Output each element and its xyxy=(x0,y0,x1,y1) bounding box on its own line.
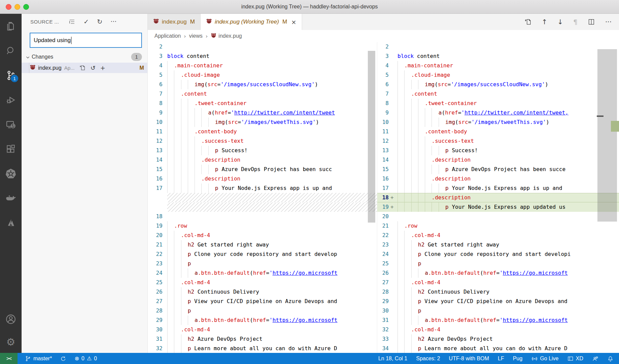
code-line[interactable]: 10img(src='/images/tweetThis.svg') xyxy=(377,118,619,127)
code-line[interactable]: 12.success-text xyxy=(148,136,377,146)
code-line[interactable]: 17p Your Node.js Express app is up and xyxy=(148,184,377,193)
code-line[interactable]: 31a.btn.btn-default(href='https://go.mic… xyxy=(377,316,619,325)
tab-index-pug-working-tree[interactable]: index.pug (Working Tree) M × xyxy=(201,14,302,30)
code-line[interactable]: 24a.btn.btn-default(href='https://go.mic… xyxy=(148,268,377,278)
code-line[interactable]: 3block content xyxy=(148,52,377,61)
code-line[interactable]: 17p Your Node.js Express app is up and xyxy=(377,184,619,193)
breadcrumb-application[interactable]: Application xyxy=(154,33,181,39)
account-icon[interactable] xyxy=(0,307,22,331)
remote-indicator[interactable]: >< xyxy=(0,353,18,364)
next-change-icon[interactable]: ↓ xyxy=(557,19,563,25)
code-line[interactable]: 4.main-container xyxy=(377,61,619,70)
problems-status[interactable]: ⊗ 0 ⚠ 0 xyxy=(75,356,97,362)
close-tab-icon[interactable]: × xyxy=(291,19,296,26)
extensions-icon[interactable] xyxy=(0,137,22,161)
code-line[interactable]: 6img(src='/images/successCloudNew.svg') xyxy=(148,80,377,89)
code-line[interactable]: 26a.btn.btn-default(href='https://go.mic… xyxy=(377,268,619,278)
code-line[interactable]: 10img(src='/images/tweetThis.svg') xyxy=(148,118,377,127)
code-line[interactable]: 20 xyxy=(377,212,619,221)
explorer-icon[interactable] xyxy=(0,14,22,38)
code-line[interactable]: 15p Azure DevOps Project has been succ xyxy=(148,165,377,174)
code-line[interactable]: 7.content xyxy=(377,89,619,99)
code-line[interactable]: 3block content xyxy=(377,52,619,61)
breadcrumb-views[interactable]: views xyxy=(189,33,203,39)
discard-changes-icon[interactable]: ↺ xyxy=(90,65,95,71)
diff-filler-row[interactable] xyxy=(148,202,377,212)
code-line[interactable]: 27.col-md-4 xyxy=(377,278,619,287)
code-line[interactable]: 32p Learn more about all you can do with… xyxy=(148,344,377,353)
code-line[interactable]: 30.col-md-4 xyxy=(148,325,377,334)
code-line[interactable]: 5.cloud-image xyxy=(148,70,377,80)
sync-status[interactable] xyxy=(60,356,66,362)
diff-filler-row[interactable] xyxy=(148,193,377,202)
code-line[interactable]: 14.description xyxy=(377,155,619,165)
language-mode-status[interactable]: Pug xyxy=(513,356,522,362)
changed-file-row[interactable]: index.pug Ap... ↺ + M xyxy=(22,63,147,73)
refresh-icon[interactable]: ↻ xyxy=(97,19,102,25)
code-line[interactable]: 2 xyxy=(377,42,619,52)
code-line[interactable]: 2 xyxy=(148,42,377,52)
code-line[interactable]: 6img(src='/images/successCloudNew.svg') xyxy=(377,80,619,89)
feedback-status[interactable] xyxy=(592,356,598,362)
code-line[interactable]: 18+.description xyxy=(377,193,619,202)
scrollbar-thumb[interactable] xyxy=(368,51,375,223)
source-control-icon[interactable]: 1 xyxy=(0,63,22,88)
commit-check-icon[interactable]: ✓ xyxy=(84,19,89,25)
breadcrumb-file[interactable]: index.pug xyxy=(218,33,242,39)
code-line[interactable]: 29p View your CI/CD pipeline on Azure De… xyxy=(377,297,619,306)
kubernetes-icon[interactable] xyxy=(0,161,22,186)
code-line[interactable]: 13p Success! xyxy=(148,146,377,155)
code-line[interactable]: 30p xyxy=(377,306,619,316)
git-branch-status[interactable]: master* xyxy=(25,356,52,362)
code-line[interactable]: 20.col-md-4 xyxy=(148,231,377,240)
previous-change-icon[interactable]: ↑ xyxy=(542,19,548,25)
code-line[interactable]: 22.col-md-4 xyxy=(377,231,619,240)
tab-index-pug[interactable]: index.pug M xyxy=(148,14,201,30)
code-line[interactable]: 19+p Your Node.js Express app updated us xyxy=(377,202,619,212)
xd-status[interactable]: XD xyxy=(567,356,583,362)
open-file-icon[interactable] xyxy=(79,65,86,71)
more-actions-icon[interactable]: ··· xyxy=(605,19,612,25)
code-line[interactable]: 21.row xyxy=(377,221,619,231)
code-line[interactable]: 16.description xyxy=(377,174,619,184)
code-line[interactable]: 34p Learn more about all you can do with… xyxy=(377,344,619,353)
search-icon[interactable] xyxy=(0,38,22,63)
code-line[interactable]: 21h2 Get started right away xyxy=(148,240,377,250)
code-line[interactable]: 9a(href='http://twitter.com/intent/tweet… xyxy=(377,108,619,118)
code-line[interactable]: 8.tweet-container xyxy=(148,99,377,108)
code-line[interactable]: 14.description xyxy=(148,155,377,165)
code-line[interactable]: 26h2 Continuous Delivery xyxy=(148,287,377,297)
code-line[interactable]: 27p View your CI/CD pipeline on Azure De… xyxy=(148,297,377,306)
commit-message-input[interactable]: Updated using xyxy=(30,33,142,48)
docker-icon[interactable] xyxy=(0,186,22,210)
code-line[interactable]: 15p Azure DevOps Project has been succe xyxy=(377,165,619,174)
view-as-tree-icon[interactable] xyxy=(68,18,76,25)
eol-status[interactable]: LF xyxy=(498,356,504,362)
notifications-status[interactable] xyxy=(607,356,614,362)
code-line[interactable]: 33h2 Azure DevOps Project xyxy=(377,334,619,344)
indentation-status[interactable]: Spaces: 2 xyxy=(416,356,440,362)
run-debug-icon[interactable] xyxy=(0,88,22,112)
code-line[interactable]: 13p Success! xyxy=(377,146,619,155)
scrollbar-thumb[interactable] xyxy=(597,49,617,222)
encoding-status[interactable]: UTF-8 with BOM xyxy=(449,356,489,362)
code-line[interactable]: 5.cloud-image xyxy=(377,70,619,80)
remote-explorer-icon[interactable] xyxy=(0,112,22,137)
code-line[interactable]: 28h2 Continuous Delivery xyxy=(377,287,619,297)
code-line[interactable]: 28p xyxy=(148,306,377,316)
code-line[interactable]: 31h2 Azure DevOps Project xyxy=(148,334,377,344)
changes-section-header[interactable]: Changes 1 xyxy=(22,51,147,63)
cursor-position-status[interactable]: Ln 18, Col 1 xyxy=(378,356,407,362)
code-line[interactable]: 32.col-md-4 xyxy=(377,325,619,334)
code-line[interactable]: 24p Clone your code repository and start… xyxy=(377,250,619,259)
code-line[interactable]: 12.success-text xyxy=(377,136,619,146)
code-line[interactable]: 25p xyxy=(377,259,619,268)
code-line[interactable]: 29a.btn.btn-default(href='https://go.mic… xyxy=(148,316,377,325)
code-line[interactable]: 8.tweet-container xyxy=(377,99,619,108)
stage-changes-icon[interactable]: + xyxy=(100,65,105,71)
code-line[interactable]: 4.main-container xyxy=(148,61,377,70)
code-line[interactable]: 7.content xyxy=(148,89,377,99)
azure-icon[interactable] xyxy=(0,210,22,235)
settings-gear-icon[interactable]: ⚙ xyxy=(0,331,22,353)
open-changes-icon[interactable] xyxy=(524,18,532,26)
